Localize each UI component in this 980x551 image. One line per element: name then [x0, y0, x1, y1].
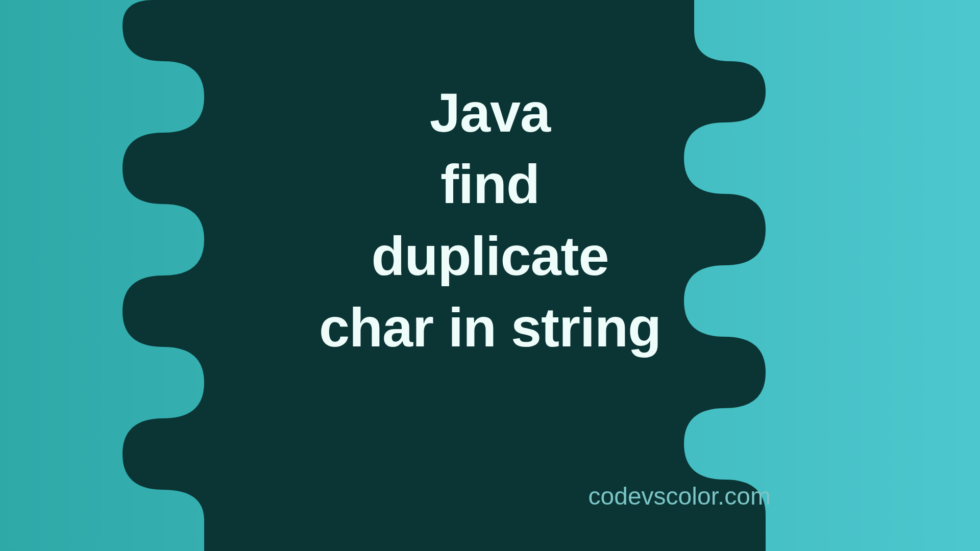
title-line-1: Java [319, 77, 661, 148]
title-line-3: duplicate [319, 220, 661, 292]
banner-title: Java find duplicate char in string [319, 77, 661, 364]
title-container: Java find duplicate char in string [319, 77, 661, 364]
banner-container: Java find duplicate char in string codev… [0, 0, 980, 551]
footer-site-name: codevscolor.com [589, 482, 771, 510]
title-line-4: char in string [319, 292, 661, 363]
title-line-2: find [319, 149, 661, 220]
